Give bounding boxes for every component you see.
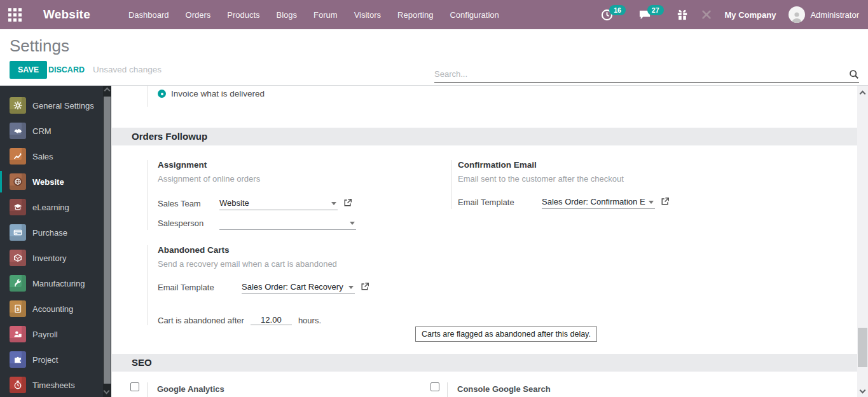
app-brand-title[interactable]: Website xyxy=(43,8,90,22)
settings-screen: Website Dashboard Orders Products Blogs … xyxy=(0,0,868,397)
sidebar-item-purchase[interactable]: Purchase xyxy=(0,220,111,245)
google-analytics-checkbox[interactable] xyxy=(130,382,139,391)
sidebar-label: General Settings xyxy=(32,101,94,111)
gear-icon xyxy=(10,97,26,114)
wrench-icon xyxy=(10,275,26,292)
activities-button[interactable]: 16 xyxy=(601,9,626,21)
scroll-up-icon[interactable] xyxy=(104,88,111,94)
search-icon[interactable] xyxy=(849,69,859,79)
page-scrollbar[interactable] xyxy=(857,86,868,397)
abandon-delay-suffix: hours. xyxy=(298,316,321,325)
external-link-icon[interactable] xyxy=(661,197,670,208)
messages-button[interactable]: 27 xyxy=(638,9,664,20)
page-title: Settings xyxy=(10,36,69,56)
salesperson-row: Salesperson xyxy=(158,219,415,230)
setting-subtitle: Assignment of online orders xyxy=(158,174,415,184)
invoicing-policy-option-box: Invoice what is delivered xyxy=(148,86,265,107)
search-input[interactable] xyxy=(434,69,849,79)
sidebar-item-manufacturing[interactable]: Manufacturing xyxy=(0,271,111,296)
chevron-down-icon[interactable] xyxy=(649,201,654,204)
setting-subtitle: Send a recovery email when a cart is aba… xyxy=(158,259,453,269)
email-template-label: Email Template xyxy=(158,283,242,294)
sidebar-item-inventory[interactable]: Inventory xyxy=(0,245,111,271)
menu-orders[interactable]: Orders xyxy=(184,6,212,24)
sidebar-item-timesheets[interactable]: Timesheets xyxy=(0,372,111,397)
setting-title: Confirmation Email xyxy=(458,160,750,170)
abandon-delay-input[interactable] xyxy=(251,315,292,325)
sidebar-item-general-settings[interactable]: General Settings xyxy=(0,93,111,118)
menu-products[interactable]: Products xyxy=(226,6,261,24)
sidebar-label: Website xyxy=(32,177,64,187)
sidebar-item-project[interactable]: Project xyxy=(0,347,111,372)
menu-reporting[interactable]: Reporting xyxy=(396,6,434,24)
sidebar-item-payroll[interactable]: Payroll xyxy=(0,321,111,347)
sidebar-scroll-thumb[interactable] xyxy=(104,97,111,384)
setting-subtitle: Email sent to the customer after the che… xyxy=(458,174,750,184)
sidebar-label: Inventory xyxy=(32,253,66,263)
menu-visitors[interactable]: Visitors xyxy=(353,6,382,24)
sidebar-label: Purchase xyxy=(32,228,67,238)
menu-forum[interactable]: Forum xyxy=(312,6,339,24)
sales-team-row: Sales Team Website xyxy=(158,198,415,210)
settings-content: Invoice what is delivered Orders Followu… xyxy=(111,86,857,397)
sales-team-select[interactable]: Website xyxy=(219,198,338,210)
sidebar-item-accounting[interactable]: $ Accounting xyxy=(0,296,111,321)
external-link-icon[interactable] xyxy=(343,198,352,210)
menu-configuration[interactable]: Configuration xyxy=(448,6,500,24)
abandon-delay-prefix: Cart is abandoned after xyxy=(158,316,244,325)
radio-checked-icon[interactable] xyxy=(158,90,166,98)
scroll-down-icon[interactable] xyxy=(860,387,866,394)
salesperson-select[interactable] xyxy=(219,222,356,230)
invoice-delivered-option[interactable]: Invoice what is delivered xyxy=(158,86,265,98)
section-header-seo: SEO xyxy=(112,354,857,372)
sidebar-label: CRM xyxy=(32,126,52,136)
navbar-right: 16 27 xyxy=(601,6,868,23)
user-silhouette-icon xyxy=(790,10,803,23)
user-menu[interactable]: Administrator xyxy=(789,6,859,23)
confirmation-template-value: Sales Order: Confirmation E xyxy=(542,197,646,206)
save-button[interactable]: SAVE xyxy=(10,61,47,79)
sidebar-label: Project xyxy=(32,355,58,365)
sidebar-label: Payroll xyxy=(32,330,58,339)
confirmation-template-select[interactable]: Sales Order: Confirmation E xyxy=(542,197,655,209)
chevron-down-icon[interactable] xyxy=(331,202,336,205)
assignment-setting-box: Assignment Assignment of online orders S… xyxy=(148,160,415,230)
globe-icon xyxy=(10,173,26,190)
settings-sidebar: General Settings CRM Sales Website eLear… xyxy=(0,86,111,397)
external-link-icon[interactable] xyxy=(361,282,369,293)
chevron-down-icon[interactable] xyxy=(350,222,355,225)
console-google-search-label: Console Google Search xyxy=(457,384,551,394)
sidebar-item-elearning[interactable]: eLearning xyxy=(0,194,111,220)
scroll-up-icon[interactable] xyxy=(860,91,866,97)
sidebar-scrollbar[interactable] xyxy=(103,86,111,397)
box-icon xyxy=(10,250,26,266)
menu-dashboard[interactable]: Dashboard xyxy=(127,6,170,24)
abandon-delay-row: Cart is abandoned after hours. xyxy=(158,315,453,325)
discard-button[interactable]: DISCARD xyxy=(48,65,85,74)
apps-grid-icon[interactable] xyxy=(0,0,29,29)
sidebar-item-crm[interactable]: CRM xyxy=(0,118,111,144)
unsaved-changes-status: Unsaved changes xyxy=(93,65,162,74)
menu-blogs[interactable]: Blogs xyxy=(275,6,299,24)
top-navbar: Website Dashboard Orders Products Blogs … xyxy=(0,0,868,29)
sidebar-label: eLearning xyxy=(32,203,69,212)
sidebar-item-sales[interactable]: Sales xyxy=(0,144,111,169)
user-name: Administrator xyxy=(810,10,859,20)
console-google-search-box: Console Google Search xyxy=(447,382,551,397)
sales-team-label: Sales Team xyxy=(158,199,219,210)
page-scroll-thumb[interactable] xyxy=(858,328,867,367)
sidebar-item-website[interactable]: Website xyxy=(0,169,111,194)
handshake-icon xyxy=(10,123,26,139)
chevron-down-icon[interactable] xyxy=(348,286,354,289)
salesperson-label: Salesperson xyxy=(158,219,219,230)
sales-team-value: Website xyxy=(219,198,329,208)
gift-button[interactable] xyxy=(677,9,688,20)
email-template-label: Email Template xyxy=(458,198,542,209)
recovery-template-select[interactable]: Sales Order: Cart Recovery I xyxy=(242,282,355,294)
company-switcher[interactable]: My Company xyxy=(725,10,776,20)
scroll-down-icon[interactable] xyxy=(104,388,110,394)
console-google-search-checkbox[interactable] xyxy=(431,382,439,391)
developer-tools-button[interactable] xyxy=(701,9,712,20)
sidebar-label: Sales xyxy=(32,152,53,161)
google-analytics-label: Google Analytics xyxy=(157,384,224,394)
